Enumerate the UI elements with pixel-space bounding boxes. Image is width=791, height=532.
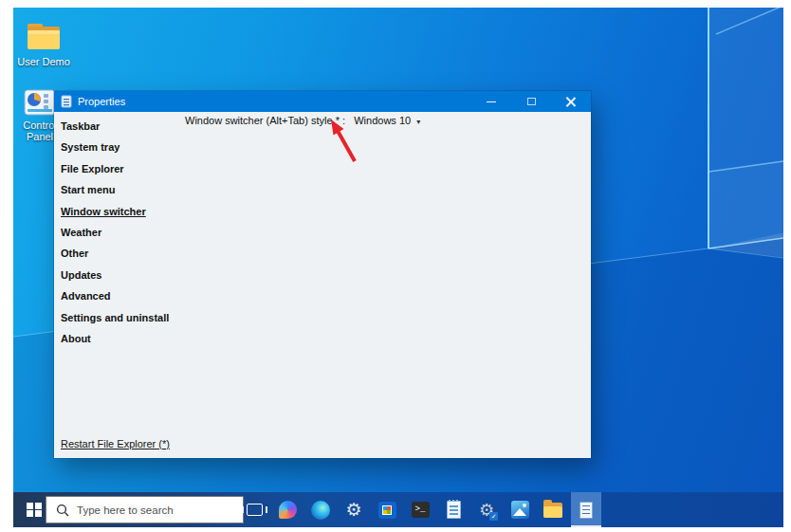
- sidebar-item-system-tray[interactable]: System tray: [61, 137, 203, 157]
- taskbar-app-settings[interactable]: ⚙: [339, 492, 369, 527]
- folder-icon: [25, 21, 63, 52]
- sidebar-item-other[interactable]: Other: [61, 243, 203, 264]
- task-view-button[interactable]: [239, 492, 269, 527]
- sidebar-item-weather[interactable]: Weather: [61, 222, 203, 243]
- task-view-icon: [247, 504, 263, 516]
- search-input[interactable]: [77, 504, 243, 516]
- notepad-icon: [447, 501, 461, 519]
- sidebar-item-advanced[interactable]: Advanced: [61, 285, 203, 306]
- window-titlebar[interactable]: Properties: [54, 91, 591, 112]
- taskbar-app-properties-active[interactable]: [571, 492, 601, 527]
- maximize-icon: [527, 98, 536, 105]
- taskbar-app-file-explorer[interactable]: [538, 492, 568, 527]
- terminal-icon: >_: [412, 502, 430, 518]
- taskbar-app-terminal[interactable]: >_: [405, 492, 435, 527]
- sidebar-item-about[interactable]: About: [61, 328, 203, 349]
- restart-file-explorer-link[interactable]: Restart File Explorer (*): [61, 438, 170, 449]
- sidebar-item-taskbar[interactable]: Taskbar: [61, 116, 203, 137]
- sidebar-item-start-menu[interactable]: Start menu: [61, 179, 203, 200]
- sidebar-item-settings-and-uninstall[interactable]: Settings and uninstall: [61, 307, 203, 328]
- control-panel-icon: [24, 89, 56, 116]
- gear-check-icon: ⚙✓: [479, 502, 494, 519]
- annotation-red-arrow: [324, 119, 368, 166]
- settings-sidebar: Taskbar System tray File Explorer Start …: [61, 116, 203, 349]
- taskbar-app-components[interactable]: ⚙✓: [471, 492, 502, 527]
- search-icon: [56, 504, 69, 517]
- photos-icon: [511, 501, 529, 519]
- window-title: Properties: [78, 96, 125, 107]
- taskbar-app-notepad[interactable]: [438, 492, 469, 527]
- close-button[interactable]: [551, 91, 591, 112]
- desktop-icon-label: User Demo: [13, 56, 74, 67]
- sidebar-item-window-switcher[interactable]: Window switcher: [61, 201, 203, 222]
- taskbar-app-copilot[interactable]: [272, 492, 303, 527]
- minimize-icon: [487, 101, 496, 102]
- microsoft-store-icon: [378, 502, 396, 519]
- taskbar-app-edge[interactable]: [305, 492, 336, 527]
- taskbar-app-microsoft-store[interactable]: [372, 492, 402, 527]
- windows-logo-icon: [27, 503, 42, 518]
- properties-app-icon: [61, 95, 72, 108]
- copilot-icon: [279, 501, 297, 519]
- desktop-icon-user-demo[interactable]: User Demo: [13, 21, 74, 67]
- taskbar-search-box[interactable]: [46, 496, 244, 523]
- screenshot-canvas: User Demo Control Panel: [0, 0, 791, 532]
- setting-label: Window switcher (Alt+Tab) style * :: [185, 115, 345, 126]
- close-icon: [566, 97, 576, 106]
- windows-desktop-screen: User Demo Control Panel: [13, 8, 783, 527]
- properties-list-icon: [579, 502, 593, 519]
- settings-gear-icon: ⚙: [345, 501, 361, 519]
- sidebar-item-file-explorer[interactable]: File Explorer: [61, 158, 203, 179]
- maximize-button[interactable]: [511, 91, 551, 112]
- chevron-down-icon[interactable]: ▾: [416, 118, 420, 126]
- taskbar: ⚙ >_ ⚙✓: [13, 492, 783, 527]
- properties-window: Properties Taskbar System tray File Expl…: [54, 91, 591, 458]
- file-explorer-icon: [543, 503, 562, 518]
- sidebar-item-updates[interactable]: Updates: [61, 265, 203, 285]
- window-switcher-style-setting: Window switcher (Alt+Tab) style * : Wind…: [185, 115, 420, 126]
- taskbar-app-photos[interactable]: [505, 492, 535, 527]
- edge-browser-icon: [311, 501, 330, 520]
- minimize-button[interactable]: [471, 91, 511, 112]
